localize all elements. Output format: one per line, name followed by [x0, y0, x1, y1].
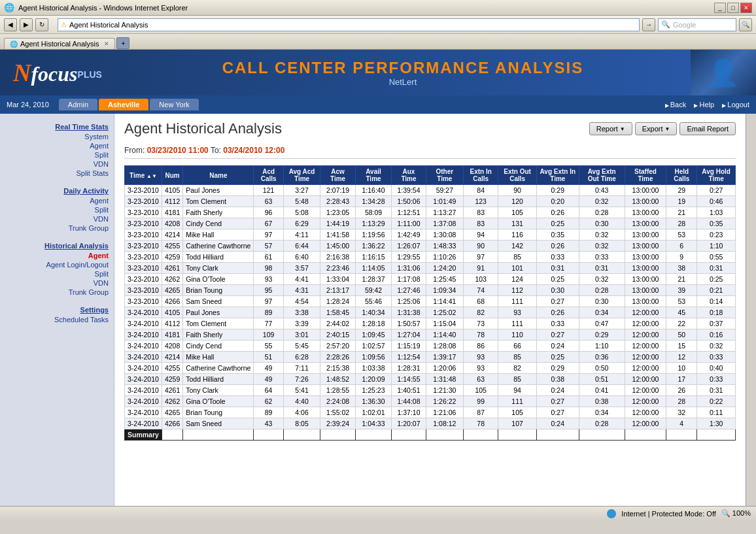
header-subtitle: NetLert — [115, 77, 691, 87]
sidebar-section-historical[interactable]: Historical Analysis — [0, 238, 114, 251]
browser-tabs: 🌐 Agent Historical Analysis ✕ + — [0, 34, 756, 50]
browser-tab-active[interactable]: 🌐 Agent Historical Analysis ✕ — [4, 38, 115, 49]
sidebar-item-agent-da[interactable]: Agent — [0, 196, 114, 205]
minimize-button[interactable]: _ — [714, 3, 726, 13]
sidebar-item-split-da[interactable]: Split — [0, 205, 114, 214]
report-button[interactable]: Report ▼ — [589, 122, 632, 135]
col-avg-extn-out: Avg Extn Out Time — [579, 166, 625, 185]
sidebar-item-vdn-ha[interactable]: VDN — [0, 278, 114, 288]
col-time[interactable]: Time ▲▼ — [125, 166, 162, 185]
forward-button[interactable]: ▶ — [20, 18, 33, 31]
address-warn-icon: ⚠ — [61, 21, 67, 28]
sidebar-item-agentloginout[interactable]: Agent Login/Logout — [0, 260, 114, 269]
nav-tab-admin[interactable]: Admin — [59, 99, 97, 110]
nav-logout-link[interactable]: Logout — [722, 101, 749, 108]
email-report-button[interactable]: Email Report — [679, 122, 736, 135]
close-button[interactable]: ✕ — [740, 3, 752, 13]
table-row: 3-23-20104255Catherine Cawthorne576:441:… — [125, 241, 736, 252]
page-title: Agent Historical Analysis — [124, 120, 589, 137]
table-row: 3-24-20104266Sam Sneed438:052:39:241:04:… — [125, 418, 736, 429]
search-text: Google — [673, 21, 696, 29]
search-bar[interactable]: 🔍 Google — [658, 18, 736, 31]
address-bar[interactable]: ⚠ Agent Historical Analysis — [58, 18, 640, 31]
sidebar-item-vdn-rt[interactable]: VDN — [0, 159, 114, 169]
summary-name — [183, 429, 254, 441]
sidebar-item-splitstats[interactable]: Split Stats — [0, 169, 114, 178]
page-header: Agent Historical Analysis Report ▼ Expor… — [124, 120, 736, 137]
col-avg-extn-in: Avg Extn In Time — [536, 166, 579, 185]
summary-aux: 32:37:22 — [392, 429, 426, 441]
nav-bar: Mar 24, 2010 Admin Asheville New York Ba… — [0, 95, 756, 114]
table-row: 3-24-20104181Faith Sherly1093:012:40:151… — [125, 329, 736, 341]
sidebar-item-split-rt[interactable]: Split — [0, 150, 114, 159]
col-extn-in: Extn In Calls — [463, 166, 498, 185]
table-row: 3-23-20104105Paul Jones1213:272:07:191:1… — [125, 185, 736, 196]
table-row: 3-24-20104265Brian Toung894:061:55:021:0… — [125, 407, 736, 418]
sidebar-item-vdn-da[interactable]: VDN — [0, 214, 114, 224]
search-go-button[interactable]: 🔍 — [739, 18, 752, 31]
summary-avail: 27:57:13 — [355, 429, 391, 441]
tab-label: Agent Historical Analysis — [20, 40, 99, 48]
browser-toolbar: ◀ ▶ ↻ ⚠ Agent Historical Analysis → 🔍 Go… — [0, 16, 756, 34]
col-acw-time: Acw Time — [320, 166, 356, 185]
nav-tab-newyork[interactable]: New York — [150, 99, 198, 110]
logo-focus: focus — [31, 62, 77, 86]
table-row: 3-24-20104105Paul Jones893:381:58:451:40… — [125, 307, 736, 318]
sidebar-section-settings[interactable]: Settings — [0, 302, 114, 315]
col-aux-time: Aux Time — [392, 166, 426, 185]
back-button[interactable]: ◀ — [4, 18, 17, 31]
content-area: Agent Historical Analysis Report ▼ Expor… — [114, 114, 746, 506]
status-bar: 🌐 Internet | Protected Mode: Off 🔍 100% — [0, 506, 756, 520]
from-label: From: — [124, 146, 147, 155]
zone-icon: 🌐 — [607, 509, 616, 518]
summary-avg-extn-in: 0:27 — [536, 429, 579, 441]
table-row: 3-23-20104262Gina O'Toole934:411:33:041:… — [125, 274, 736, 285]
summary-staffed: 275:00:00 — [625, 429, 666, 441]
maximize-button[interactable]: □ — [727, 3, 739, 13]
nav-help-link[interactable]: Help — [694, 101, 714, 108]
browser-titlebar: 🌐 Agent Historical Analysis - Windows In… — [0, 0, 756, 16]
search-icon: 🔍 — [661, 20, 670, 29]
nav-back-link[interactable]: Back — [665, 101, 687, 108]
col-avg-hold-time: Avg Hold Time — [697, 166, 736, 185]
header-image: 👤 — [691, 50, 756, 95]
scrollbar[interactable] — [746, 114, 756, 506]
date-range: From: 03/23/2010 11:00 To: 03/24/2010 12… — [124, 142, 736, 159]
nav-right: Back Help Logout — [665, 101, 749, 108]
summary-avg-acd: 4:56 — [283, 429, 320, 441]
sidebar-item-split-ha[interactable]: Split — [0, 269, 114, 278]
table-row: 3-24-20104259Todd Hilliard497:261:48:521… — [125, 374, 736, 385]
table-row: 3-24-20104208Cindy Cend555:452:57:201:02… — [125, 341, 736, 352]
sidebar-item-system[interactable]: System — [0, 132, 114, 141]
col-held-calls: Held Calls — [666, 166, 697, 185]
refresh-button[interactable]: ↻ — [35, 18, 48, 31]
address-text: Agent Historical Analysis — [69, 21, 148, 29]
table-row: 3-23-20104261Tony Clark983:572:23:461:14… — [125, 263, 736, 274]
go-button[interactable]: → — [642, 18, 655, 31]
sidebar-section-daily[interactable]: Daily Activity — [0, 183, 114, 196]
nav-tab-asheville[interactable]: Asheville — [99, 99, 148, 110]
export-arrow-icon: ▼ — [665, 126, 670, 132]
logo-plus: PLUS — [78, 69, 102, 80]
new-tab-button[interactable]: + — [116, 37, 129, 49]
logo-n: N — [13, 59, 31, 86]
sidebar-item-trunkgroup-ha[interactable]: Trunk Group — [0, 288, 114, 297]
sidebar-item-trunkgroup-da[interactable]: Trunk Group — [0, 224, 114, 233]
export-button[interactable]: Export ▼ — [635, 122, 678, 135]
zone-label: Internet | Protected Mode: Off — [621, 510, 716, 518]
table-row: 3-23-20104181Faith Sherly965:081:23:0558… — [125, 207, 736, 218]
page-content: NfocusPLUS CALL CENTER PERFORMANCE ANALY… — [0, 50, 756, 520]
logo-area: NfocusPLUS — [0, 52, 115, 93]
browser-favicon: 🌐 — [4, 3, 14, 12]
site-header: NfocusPLUS CALL CENTER PERFORMANCE ANALY… — [0, 50, 756, 95]
table-row: 3-24-20104214Mike Hall516:282:28:261:09:… — [125, 352, 736, 363]
header-title-area: CALL CENTER PERFORMANCE ANALYSIS NetLert — [115, 59, 691, 87]
sidebar-item-agent-ha[interactable]: Agent — [0, 251, 114, 260]
summary-held: 571 — [666, 429, 697, 441]
summary-avg-extn-out: 0:36 — [579, 429, 625, 441]
tab-close-icon[interactable]: ✕ — [104, 41, 109, 47]
sidebar-item-agent-rt[interactable]: Agent — [0, 141, 114, 150]
sidebar-section-realtime[interactable]: Real Time Stats — [0, 119, 114, 132]
status-right: 🌐 Internet | Protected Mode: Off 🔍 100% — [607, 509, 751, 518]
sidebar-item-scheduledtasks[interactable]: Scheduled Tasks — [0, 315, 114, 324]
